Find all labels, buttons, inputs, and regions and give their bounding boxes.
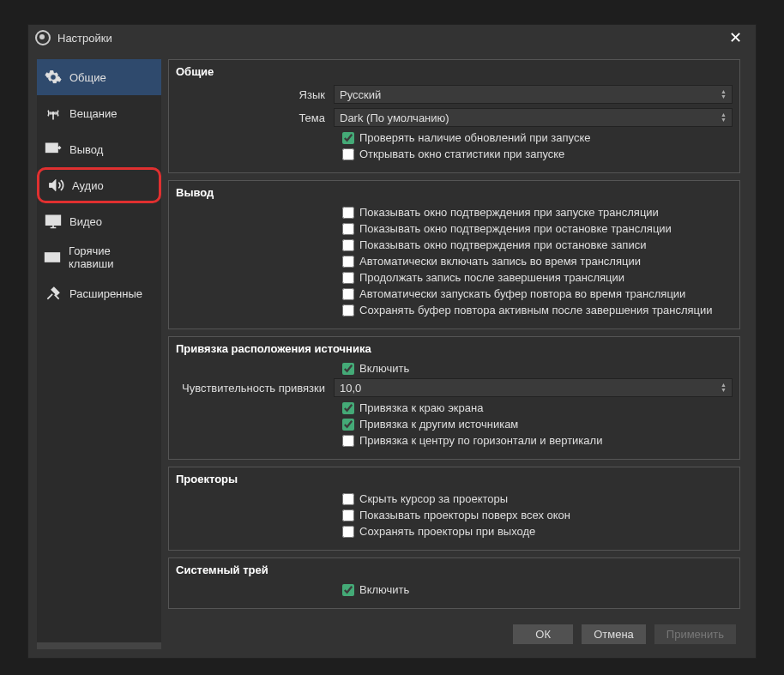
ok-button[interactable]: ОК: [512, 624, 574, 645]
group-snap: Привязка расположения источника Включить…: [168, 336, 740, 460]
group-projectors: Проекторы Скрыть курсор за проекторы Пок…: [168, 467, 740, 551]
tools-icon: [44, 284, 63, 303]
svg-rect-1: [46, 143, 57, 152]
monitor-icon: [44, 212, 63, 231]
chk-tray-enable[interactable]: Включить: [342, 583, 733, 596]
sidebar-item-output[interactable]: Вывод: [37, 131, 161, 167]
sidebar-item-general[interactable]: Общие: [37, 59, 161, 95]
language-label: Язык: [176, 88, 334, 101]
sensitivity-input[interactable]: 10,0▲▼: [334, 378, 733, 397]
cancel-button[interactable]: Отмена: [581, 624, 647, 645]
sidebar-item-hotkeys[interactable]: Горячие клавиши: [37, 239, 161, 275]
spinner-icon: ▲▼: [721, 89, 727, 99]
chk-stats[interactable]: Открывать окно статистики при запуске: [342, 148, 733, 160]
chk-auto-replay[interactable]: Автоматически запускать буфер повтора во…: [342, 287, 733, 300]
sidebar-item-label: Аудио: [72, 179, 104, 192]
chk-hide-cursor[interactable]: Скрыть курсор за проекторы: [342, 492, 733, 505]
chk-keep-replay[interactable]: Сохранять буфер повтора активным после з…: [342, 304, 733, 316]
group-title: Системный трей: [176, 564, 733, 576]
close-icon[interactable]: ✕: [721, 28, 749, 47]
output-icon: [44, 140, 63, 159]
chk-confirm-stop-stream[interactable]: Показывать окно подтверждения при остано…: [342, 222, 733, 235]
group-general: Общие Язык Русский▲▼ Тема Dark (По умолч…: [168, 59, 740, 173]
sidebar-item-label: Общие: [69, 71, 106, 84]
speaker-icon: [46, 176, 65, 195]
sidebar-item-advanced[interactable]: Расширенные: [37, 275, 161, 311]
content-scroll[interactable]: Общие Язык Русский▲▼ Тема Dark (По умолч…: [168, 59, 747, 613]
sidebar-item-stream[interactable]: Вещание: [37, 95, 161, 131]
chk-auto-record[interactable]: Автоматически включать запись во время т…: [342, 255, 733, 268]
spinner-icon: ▲▼: [721, 112, 727, 123]
chk-save-exit[interactable]: Сохранять проекторы при выходе: [342, 525, 733, 538]
sidebar-scrollbar[interactable]: [37, 642, 161, 649]
theme-label: Тема: [176, 111, 334, 124]
gear-icon: [44, 68, 63, 87]
chk-keep-record[interactable]: Продолжать запись после завершения транс…: [342, 271, 733, 284]
chk-confirm-start-stream[interactable]: Показывать окно подтверждения при запуск…: [342, 206, 733, 219]
dialog-buttons: ОК Отмена Применить: [168, 618, 747, 649]
settings-window: Настройки ✕ Общие Вещание Вывод Аудио: [27, 24, 757, 659]
row-language: Язык Русский▲▼: [176, 85, 733, 104]
sidebar: Общие Вещание Вывод Аудио Видео Горячие …: [37, 59, 161, 649]
antenna-icon: [44, 104, 63, 123]
svg-rect-3: [45, 253, 60, 262]
group-title: Вывод: [176, 186, 733, 199]
window-body: Общие Вещание Вывод Аудио Видео Горячие …: [28, 51, 756, 658]
app-icon: [35, 30, 51, 45]
sidebar-item-label: Расширенные: [69, 287, 142, 300]
chk-snap-other[interactable]: Привязка к другим источникам: [342, 418, 733, 431]
sensitivity-label: Чувствительность привязки: [176, 382, 334, 395]
svg-rect-2: [46, 215, 61, 225]
apply-button[interactable]: Применить: [654, 624, 737, 645]
sidebar-item-video[interactable]: Видео: [37, 203, 161, 239]
group-title: Общие: [176, 65, 733, 78]
chk-confirm-stop-record[interactable]: Показывать окно подтверждения при остано…: [342, 238, 733, 251]
sidebar-item-label: Горячие клавиши: [69, 244, 154, 270]
group-title: Проекторы: [176, 473, 733, 485]
group-title: Привязка расположения источника: [176, 342, 733, 355]
chk-snap-enable[interactable]: Включить: [342, 362, 733, 375]
group-output: Вывод Показывать окно подтверждения при …: [168, 180, 740, 329]
sidebar-item-label: Вывод: [69, 143, 103, 156]
titlebar: Настройки ✕: [28, 25, 756, 51]
chk-updates[interactable]: Проверять наличие обновлений при запуске: [342, 131, 733, 144]
row-theme: Тема Dark (По умолчанию)▲▼: [176, 108, 733, 127]
sidebar-item-audio[interactable]: Аудио: [37, 167, 161, 203]
window-title: Настройки: [57, 32, 721, 45]
sidebar-item-label: Видео: [69, 215, 102, 228]
spinner-icon: ▲▼: [721, 383, 727, 393]
chk-snap-center[interactable]: Привязка к центру по горизонтали и верти…: [342, 434, 733, 447]
chk-snap-edge[interactable]: Привязка к краю экрана: [342, 401, 733, 414]
chk-always-top[interactable]: Показывать проекторы поверх всех окон: [342, 509, 733, 521]
theme-select[interactable]: Dark (По умолчанию)▲▼: [334, 108, 733, 127]
language-select[interactable]: Русский▲▼: [334, 85, 733, 104]
keyboard-icon: [44, 248, 62, 267]
content-area: Общие Язык Русский▲▼ Тема Dark (По умолч…: [168, 59, 747, 649]
sidebar-item-label: Вещание: [69, 107, 118, 120]
row-sensitivity: Чувствительность привязки 10,0▲▼: [176, 378, 733, 397]
group-tray: Системный трей Включить: [168, 557, 740, 609]
